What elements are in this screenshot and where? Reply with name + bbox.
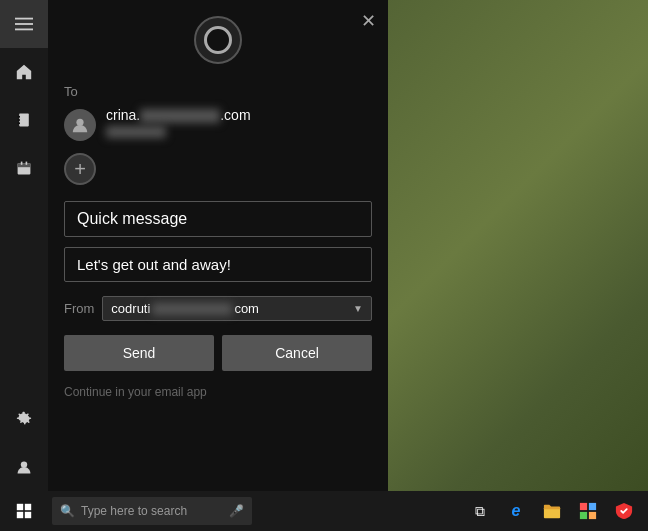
svg-rect-22	[589, 512, 596, 519]
svg-rect-0	[15, 18, 33, 20]
svg-rect-4	[18, 116, 20, 118]
start-button[interactable]	[0, 491, 48, 531]
quick-message-box[interactable]: Quick message	[64, 201, 372, 237]
send-button[interactable]: Send	[64, 335, 214, 371]
svg-rect-15	[25, 504, 31, 510]
recipient-name-blurred	[106, 126, 166, 138]
recipient-avatar	[64, 109, 96, 141]
sidebar-hamburger[interactable]	[0, 0, 48, 48]
from-select-suffix: com	[234, 301, 259, 316]
from-label: From	[64, 301, 94, 316]
svg-rect-20	[589, 503, 596, 510]
taskbar-right: ⧉ e	[464, 491, 648, 531]
svg-point-12	[21, 461, 27, 467]
recipient-row: crina..com	[64, 107, 372, 141]
svg-rect-14	[17, 504, 23, 510]
dropdown-arrow-icon: ▼	[353, 303, 363, 314]
sidebar-settings[interactable]	[0, 395, 48, 443]
cortana-header: ✕	[48, 0, 388, 72]
file-explorer-icon[interactable]	[536, 491, 568, 531]
svg-rect-6	[18, 122, 20, 124]
svg-point-13	[76, 119, 83, 126]
cortana-logo-inner	[204, 26, 232, 54]
svg-rect-2	[15, 29, 33, 31]
close-icon[interactable]: ✕	[361, 12, 376, 30]
action-buttons: Send Cancel	[64, 335, 372, 371]
store-icon[interactable]	[572, 491, 604, 531]
cortana-body: To crina..com + Quick message Let's get …	[48, 72, 388, 491]
cortana-logo	[194, 16, 242, 64]
email-blurred	[140, 109, 220, 123]
taskbar: 🔍 Type here to search 🎤 ⧉ e	[0, 491, 648, 531]
email-prefix: crina.	[106, 107, 140, 123]
from-row: From codruti com ▼	[64, 296, 372, 321]
svg-rect-8	[18, 163, 31, 167]
recipient-info: crina..com	[106, 107, 251, 138]
recipient-email: crina..com	[106, 107, 251, 123]
sidebar-notebook[interactable]	[0, 96, 48, 144]
email-suffix: .com	[220, 107, 250, 123]
edge-icon[interactable]: e	[500, 491, 532, 531]
message-input[interactable]: Let's get out and away!	[64, 247, 372, 282]
task-view-icon[interactable]: ⧉	[464, 491, 496, 531]
svg-rect-10	[26, 162, 28, 165]
from-select-prefix: codruti	[111, 301, 150, 316]
search-bar[interactable]: 🔍 Type here to search 🎤	[52, 497, 252, 525]
sidebar-calendar[interactable]	[0, 144, 48, 192]
from-blurred	[152, 303, 232, 315]
svg-rect-3	[19, 114, 29, 127]
svg-rect-16	[17, 512, 23, 518]
search-text: Type here to search	[81, 504, 187, 518]
svg-rect-1	[15, 23, 33, 25]
cortana-panel: ✕ To crina..com + Quick message Let's ge…	[48, 0, 388, 491]
svg-rect-19	[580, 503, 587, 510]
svg-rect-17	[25, 512, 31, 518]
to-label: To	[64, 84, 372, 99]
svg-rect-21	[580, 512, 587, 519]
sidebar-profile[interactable]	[0, 443, 48, 491]
avast-icon[interactable]	[608, 491, 640, 531]
sidebar-home[interactable]	[0, 48, 48, 96]
microphone-icon[interactable]: 🎤	[229, 504, 244, 518]
search-icon: 🔍	[60, 504, 75, 518]
sidebar	[0, 0, 48, 491]
continue-link[interactable]: Continue in your email app	[64, 385, 372, 399]
from-select[interactable]: codruti com ▼	[102, 296, 372, 321]
svg-rect-9	[21, 162, 23, 165]
cancel-button[interactable]: Cancel	[222, 335, 372, 371]
add-recipient-button[interactable]: +	[64, 153, 96, 185]
svg-rect-5	[18, 119, 20, 121]
